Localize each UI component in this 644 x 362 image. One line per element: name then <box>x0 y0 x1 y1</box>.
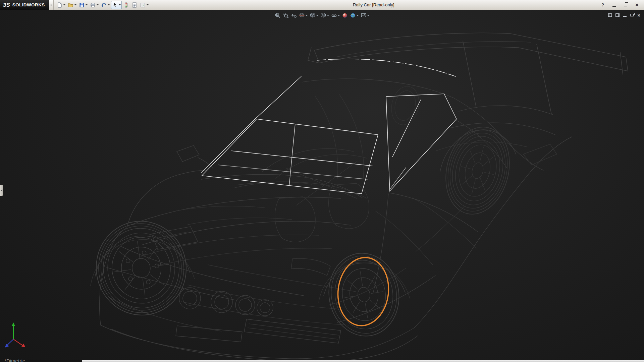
dropdown-caret-icon[interactable] <box>108 4 110 5</box>
dropdown-caret-icon[interactable] <box>147 4 149 5</box>
model-scene[interactable] <box>0 10 644 360</box>
main-toolbar <box>54 0 152 10</box>
open-button[interactable] <box>67 1 77 9</box>
selection-highlight-ellipse <box>334 255 392 329</box>
view-orientation-cube-icon <box>310 12 316 18</box>
document-minimize-button[interactable] <box>623 13 627 17</box>
restore-icon <box>624 4 627 6</box>
solidworks-brand-text: SOLIDWORKS <box>12 2 45 7</box>
print-button[interactable] <box>89 1 100 9</box>
rear-right-wheel[interactable] <box>437 120 518 221</box>
open-icon <box>68 2 74 8</box>
zoom-to-area-icon <box>283 12 289 18</box>
dropdown-caret-icon[interactable] <box>327 15 329 16</box>
dropdown-caret-icon[interactable] <box>306 15 308 16</box>
file-properties-icon <box>131 2 138 8</box>
dropdown-caret-icon[interactable] <box>63 4 65 5</box>
new-document-button[interactable] <box>56 1 66 9</box>
rear-wing[interactable] <box>308 33 628 114</box>
zoom-to-fit-button[interactable] <box>274 12 281 19</box>
collapse-arrow-icon <box>1 189 2 192</box>
file-properties-button[interactable] <box>130 1 139 9</box>
menu-expander-tab[interactable] <box>49 0 54 10</box>
zoom-to-area-button[interactable] <box>282 12 289 19</box>
select-cursor-icon <box>112 2 118 8</box>
display-style-icon <box>320 12 326 18</box>
interior-wireframe <box>237 95 369 242</box>
print-icon <box>90 2 96 8</box>
help-button[interactable]: ? <box>600 2 606 8</box>
view-orientation-button[interactable] <box>309 12 319 19</box>
zoom-to-fit-icon <box>275 12 281 18</box>
dropdown-caret-icon[interactable] <box>316 15 318 16</box>
save-icon <box>79 2 85 8</box>
dropdown-caret-icon[interactable] <box>367 15 369 16</box>
document-restore-icon <box>630 14 634 16</box>
minimize-button[interactable] <box>611 2 617 8</box>
taskbar-edge-strip <box>82 360 644 362</box>
solidworks-window: { "app": { "brand": "SOLIDWORKS", "brand… <box>0 0 644 362</box>
document-close-button[interactable]: × <box>637 13 640 17</box>
previous-view-icon <box>291 12 297 18</box>
right-pane-icon <box>615 13 620 17</box>
hide-show-items-button[interactable] <box>330 12 340 19</box>
hide-show-items-icon <box>331 12 337 18</box>
show-right-pane-button[interactable] <box>615 13 620 17</box>
graphics-viewport[interactable]: × <box>0 10 644 360</box>
section-view-button[interactable] <box>298 12 308 19</box>
dropdown-caret-icon[interactable] <box>119 4 121 5</box>
undo-button[interactable] <box>100 1 111 9</box>
document-window-controls: × <box>608 13 640 17</box>
dropdown-caret-icon[interactable] <box>74 4 76 5</box>
select-button[interactable] <box>111 1 122 9</box>
rebuild-icon <box>123 2 129 8</box>
solidworks-logo: ЗS SOLIDWORKS <box>0 0 49 10</box>
display-style-button[interactable] <box>320 12 330 19</box>
apply-scene-button[interactable] <box>349 12 359 19</box>
window-controls: ? × <box>596 0 644 10</box>
new-document-icon <box>57 2 63 8</box>
rebuild-button[interactable] <box>122 1 130 9</box>
rear-left-wheel <box>388 84 422 127</box>
dropdown-caret-icon[interactable] <box>97 4 99 5</box>
solidworks-logo-mark-icon: ЗS <box>3 2 10 8</box>
close-button[interactable]: × <box>634 2 640 8</box>
save-button[interactable] <box>78 1 89 9</box>
reference-triad <box>2 320 30 353</box>
restore-button[interactable] <box>623 2 629 8</box>
undo-icon <box>101 2 107 8</box>
document-minimize-icon <box>623 16 627 17</box>
triad-axes-icon <box>2 320 30 352</box>
left-pane-icon <box>608 13 612 17</box>
dropdown-caret-icon[interactable] <box>357 15 359 16</box>
section-view-icon <box>299 12 305 18</box>
front-left-wheel[interactable] <box>90 216 192 321</box>
window-title: Rally Car [Read-only] <box>152 2 596 7</box>
previous-view-button[interactable] <box>290 12 298 19</box>
help-icon: ? <box>601 2 604 7</box>
heads-up-view-toolbar <box>274 12 370 19</box>
dropdown-caret-icon[interactable] <box>86 4 88 5</box>
document-restore-button[interactable] <box>630 13 634 17</box>
apply-scene-globe-icon <box>350 12 356 18</box>
edit-appearance-button[interactable] <box>341 12 348 19</box>
feature-panel-collapse-tab[interactable] <box>0 185 3 196</box>
edit-appearance-icon <box>342 12 348 18</box>
show-left-pane-button[interactable] <box>608 13 612 17</box>
close-icon: × <box>635 2 639 8</box>
titlebar: ЗS SOLIDWORKS <box>0 0 644 10</box>
expander-arrow-icon <box>51 4 52 6</box>
view-orientation-label: *Dimetric <box>4 358 25 362</box>
document-close-icon: × <box>637 13 640 18</box>
options-button[interactable] <box>139 1 150 9</box>
minimize-icon <box>612 6 616 7</box>
options-icon <box>140 2 146 8</box>
view-settings-button[interactable] <box>360 12 370 19</box>
car-wireframe[interactable] <box>90 33 628 360</box>
dropdown-caret-icon[interactable] <box>338 15 340 16</box>
view-settings-icon <box>361 12 367 18</box>
